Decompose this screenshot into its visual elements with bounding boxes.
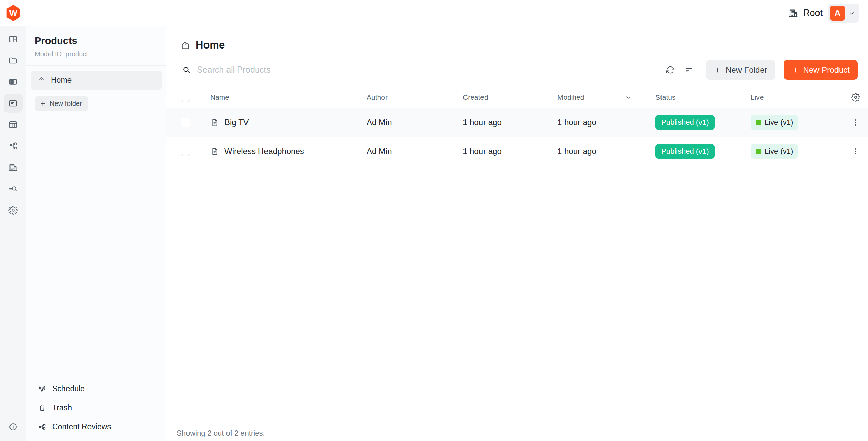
entry-name-cell[interactable]: Wireless Headphones: [206, 147, 362, 156]
sidebar-item-schedule[interactable]: Schedule: [35, 379, 162, 398]
folder-icon: [8, 56, 18, 65]
home-icon: [37, 76, 46, 84]
row-actions-cell: [847, 147, 868, 156]
avatar: A: [830, 6, 845, 21]
main-panel: Home New Folder New Product: [166, 26, 868, 441]
table-settings-cell: [847, 93, 868, 102]
table-header-checkbox-cell: [166, 93, 206, 102]
rail-item-settings[interactable]: [4, 200, 23, 219]
table-header: Name Author Created Modified Status Live: [166, 87, 868, 108]
entry-created: 1 hour ago: [459, 118, 553, 127]
new-product-button[interactable]: New Product: [784, 60, 858, 80]
row-checkbox-cell: [166, 147, 206, 156]
rail-item-layout[interactable]: [4, 30, 23, 49]
sidebar-item-home[interactable]: Home: [31, 71, 162, 90]
entries-icon: [8, 99, 18, 108]
settings-gear-icon: [8, 206, 18, 215]
page-heading: Home: [166, 26, 868, 53]
toolbar: New Folder New Product: [166, 53, 868, 87]
file-icon: [210, 147, 219, 156]
search-input[interactable]: [197, 65, 661, 75]
entry-status-cell: Published (v1): [651, 144, 747, 159]
sidebar-item-trash[interactable]: Trash: [35, 398, 162, 417]
refresh-button[interactable]: [661, 61, 679, 79]
entry-status-cell: Published (v1): [651, 115, 747, 130]
column-header-author[interactable]: Author: [362, 93, 459, 101]
layout-icon: [8, 35, 18, 44]
rail-item-page-builder[interactable]: [4, 72, 23, 91]
plus-icon: [792, 66, 799, 74]
new-folder-button-label: New Folder: [726, 65, 767, 75]
row-menu-button[interactable]: [851, 147, 860, 156]
select-all-checkbox[interactable]: [181, 93, 190, 102]
sidebar-home-label: Home: [51, 76, 72, 85]
flow-icon: [8, 141, 18, 151]
rail-item-tenants[interactable]: [4, 158, 23, 177]
column-header-live[interactable]: Live: [747, 93, 847, 101]
app-logo[interactable]: W: [6, 5, 21, 21]
trash-label: Trash: [52, 403, 72, 413]
live-badge-label: Live (v1): [765, 147, 793, 156]
search-bar: [182, 65, 661, 75]
tenant-selector[interactable]: Root: [788, 8, 823, 18]
rail-item-folders[interactable]: [4, 51, 23, 70]
search-icon: [182, 65, 191, 74]
sidebar-new-folder-button[interactable]: New folder: [35, 96, 88, 111]
entry-created: 1 hour ago: [459, 147, 553, 156]
row-menu-button[interactable]: [851, 118, 860, 127]
entry-live-cell: Live (v1): [747, 144, 847, 159]
column-header-status[interactable]: Status: [651, 93, 747, 101]
file-icon: [210, 118, 219, 127]
column-header-modified[interactable]: Modified: [553, 93, 651, 101]
live-dot: [756, 120, 761, 125]
rail-item-audit-logs[interactable]: [4, 179, 23, 198]
filter-button[interactable]: [679, 61, 698, 79]
row-checkbox[interactable]: [181, 147, 190, 156]
page-title: Home: [196, 39, 225, 51]
entry-name-cell[interactable]: Big TV: [206, 118, 362, 127]
rail-item-info[interactable]: [4, 417, 23, 436]
entry-modified: 1 hour ago: [553, 118, 651, 127]
new-product-button-label: New Product: [803, 65, 850, 75]
row-checkbox-cell: [166, 118, 206, 127]
top-bar: W Root A: [0, 0, 868, 26]
rail-item-tables[interactable]: [4, 115, 23, 134]
tenant-label: Root: [803, 8, 823, 18]
column-header-name[interactable]: Name: [206, 93, 362, 101]
user-menu[interactable]: A: [828, 4, 859, 23]
schedule-label: Schedule: [52, 384, 85, 394]
model-title: Products: [35, 35, 158, 46]
top-bar-right: Root A: [788, 4, 859, 23]
avatar-initial: A: [834, 8, 840, 18]
building-icon: [8, 163, 18, 172]
entry-author: Ad Min: [362, 118, 459, 127]
live-badge-label: Live (v1): [765, 118, 793, 127]
rail-item-entries-active[interactable]: [4, 94, 23, 113]
live-badge: Live (v1): [751, 115, 798, 130]
entry-modified: 1 hour ago: [553, 147, 651, 156]
kebab-menu-icon: [851, 118, 860, 127]
column-header-created[interactable]: Created: [459, 93, 553, 101]
entries-count-text: Showing 2 out of 2 entries.: [177, 429, 265, 438]
new-folder-button[interactable]: New Folder: [706, 60, 775, 80]
column-settings-button[interactable]: [851, 93, 860, 102]
sort-chevron-down-icon[interactable]: [625, 94, 632, 101]
table-row[interactable]: Wireless Headphones Ad Min 1 hour ago 1 …: [166, 137, 868, 166]
sidebar-panel-icon: [8, 77, 18, 87]
entry-name: Wireless Headphones: [224, 147, 304, 156]
modified-label: Modified: [557, 93, 584, 101]
sidebar-item-content-reviews[interactable]: Content Reviews: [35, 417, 162, 436]
kebab-menu-icon: [851, 147, 860, 156]
sidebar-new-folder-label: New folder: [50, 100, 82, 108]
app-shell: Products Model ID: product Home New fold…: [0, 26, 868, 441]
row-checkbox[interactable]: [181, 118, 190, 127]
table-row[interactable]: Big TV Ad Min 1 hour ago 1 hour ago Publ…: [166, 108, 868, 137]
model-sidebar: Products Model ID: product Home New fold…: [26, 26, 166, 441]
status-badge: Published (v1): [655, 115, 715, 130]
rail-item-flow[interactable]: [4, 136, 23, 155]
sidebar-footer: Schedule Trash Content Reviews: [26, 379, 166, 441]
table-icon: [8, 120, 18, 129]
table-footer: Showing 2 out of 2 entries.: [166, 425, 868, 441]
filter-icon: [684, 65, 693, 74]
entry-author: Ad Min: [362, 147, 459, 156]
